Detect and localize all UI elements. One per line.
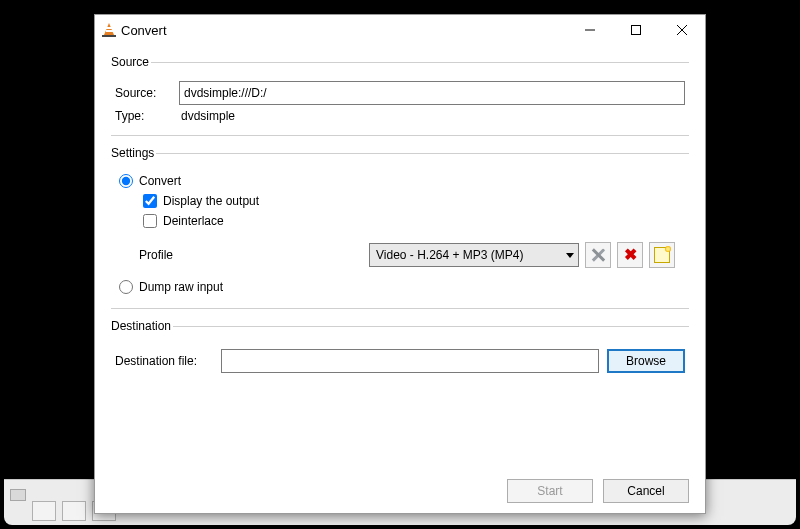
convert-dialog: Convert Source Source: — [94, 14, 706, 514]
type-label: Type: — [115, 109, 179, 123]
deinterlace-label: Deinterlace — [163, 214, 224, 228]
profile-combobox[interactable]: Video - H.264 + MP3 (MP4) — [369, 243, 579, 267]
close-icon — [677, 25, 687, 35]
convert-radio-label: Convert — [139, 174, 181, 188]
new-profile-button[interactable] — [649, 242, 675, 268]
deinterlace-checkbox[interactable] — [143, 214, 157, 228]
new-file-icon — [654, 247, 670, 263]
video-player-background: Convert Source Source: — [4, 4, 796, 525]
delete-x-icon: ✖ — [624, 247, 637, 263]
player-button-2[interactable] — [62, 501, 86, 521]
minimize-button[interactable] — [567, 15, 613, 45]
destination-group: Destination Destination file: Browse — [111, 319, 689, 391]
window-title: Convert — [121, 23, 167, 38]
tools-icon — [591, 248, 605, 262]
maximize-icon — [631, 25, 641, 35]
source-legend: Source — [109, 55, 151, 69]
dump-raw-radio[interactable] — [119, 280, 133, 294]
svg-rect-1 — [632, 26, 641, 35]
player-button-1[interactable] — [32, 501, 56, 521]
display-output-label: Display the output — [163, 194, 259, 208]
settings-legend: Settings — [109, 146, 156, 160]
delete-profile-button[interactable]: ✖ — [617, 242, 643, 268]
source-label: Source: — [115, 86, 179, 100]
convert-radio[interactable] — [119, 174, 133, 188]
destination-file-input[interactable] — [221, 349, 599, 373]
titlebar: Convert — [95, 15, 705, 45]
close-button[interactable] — [659, 15, 705, 45]
type-value: dvdsimple — [179, 109, 235, 123]
chevron-down-icon — [566, 253, 574, 258]
settings-group: Settings Convert Display the output Dein… — [111, 146, 689, 309]
player-small-indicator — [10, 489, 26, 501]
vlc-cone-icon — [101, 22, 117, 38]
maximize-button[interactable] — [613, 15, 659, 45]
dialog-footer: Start Cancel — [95, 469, 705, 513]
dialog-body: Source Source: Type: dvdsimple Settings — [95, 45, 705, 469]
profile-label: Profile — [139, 248, 369, 262]
dump-raw-label: Dump raw input — [139, 280, 223, 294]
destination-file-label: Destination file: — [115, 354, 221, 368]
edit-profile-button[interactable] — [585, 242, 611, 268]
destination-legend: Destination — [109, 319, 173, 333]
browse-button[interactable]: Browse — [607, 349, 685, 373]
source-group: Source Source: Type: dvdsimple — [111, 55, 689, 136]
cancel-button[interactable]: Cancel — [603, 479, 689, 503]
minimize-icon — [585, 25, 595, 35]
start-button[interactable]: Start — [507, 479, 593, 503]
profile-selected-value: Video - H.264 + MP3 (MP4) — [376, 248, 566, 262]
display-output-checkbox[interactable] — [143, 194, 157, 208]
source-input[interactable] — [179, 81, 685, 105]
